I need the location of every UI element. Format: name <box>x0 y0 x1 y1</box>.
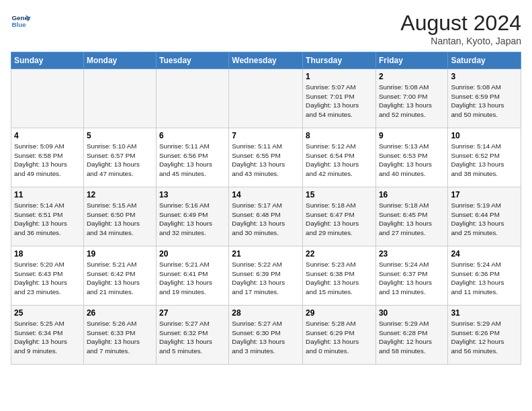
calendar-cell: 21Sunrise: 5:22 AM Sunset: 6:39 PM Dayli… <box>229 246 303 306</box>
day-info: Sunrise: 5:14 AM Sunset: 6:51 PM Dayligh… <box>14 201 81 238</box>
day-header-friday: Friday <box>375 52 447 69</box>
calendar-week-row: 4Sunrise: 5:09 AM Sunset: 6:58 PM Daylig… <box>11 128 521 187</box>
day-number: 5 <box>87 131 153 140</box>
day-info: Sunrise: 5:17 AM Sunset: 6:48 PM Dayligh… <box>232 201 300 238</box>
calendar-cell: 18Sunrise: 5:20 AM Sunset: 6:43 PM Dayli… <box>11 246 84 306</box>
day-info: Sunrise: 5:14 AM Sunset: 6:52 PM Dayligh… <box>451 142 518 179</box>
day-number: 31 <box>451 308 518 318</box>
day-info: Sunrise: 5:08 AM Sunset: 6:59 PM Dayligh… <box>451 83 518 120</box>
day-header-saturday: Saturday <box>448 52 521 69</box>
day-number: 25 <box>14 308 81 318</box>
calendar-cell: 29Sunrise: 5:28 AM Sunset: 6:29 PM Dayli… <box>303 306 376 365</box>
calendar-cell <box>156 69 228 128</box>
calendar-cell: 5Sunrise: 5:10 AM Sunset: 6:57 PM Daylig… <box>83 128 156 187</box>
calendar-cell: 13Sunrise: 5:16 AM Sunset: 6:49 PM Dayli… <box>156 187 228 246</box>
day-number: 22 <box>306 249 373 259</box>
day-info: Sunrise: 5:29 AM Sunset: 6:28 PM Dayligh… <box>379 319 445 356</box>
day-info: Sunrise: 5:29 AM Sunset: 6:26 PM Dayligh… <box>451 319 518 356</box>
day-info: Sunrise: 5:13 AM Sunset: 6:53 PM Dayligh… <box>379 142 445 179</box>
calendar-cell: 27Sunrise: 5:27 AM Sunset: 6:32 PM Dayli… <box>156 306 228 365</box>
day-header-sunday: Sunday <box>11 52 84 69</box>
calendar-cell: 26Sunrise: 5:26 AM Sunset: 6:33 PM Dayli… <box>83 306 156 365</box>
calendar-cell: 25Sunrise: 5:25 AM Sunset: 6:34 PM Dayli… <box>11 306 84 365</box>
calendar-cell: 24Sunrise: 5:24 AM Sunset: 6:36 PM Dayli… <box>448 246 521 306</box>
calendar-cell: 20Sunrise: 5:21 AM Sunset: 6:41 PM Dayli… <box>156 246 228 306</box>
day-number: 27 <box>159 308 226 318</box>
day-info: Sunrise: 5:15 AM Sunset: 6:50 PM Dayligh… <box>87 201 153 238</box>
day-number: 2 <box>379 72 445 81</box>
day-info: Sunrise: 5:12 AM Sunset: 6:54 PM Dayligh… <box>306 142 373 179</box>
day-number: 11 <box>14 190 81 199</box>
day-info: Sunrise: 5:27 AM Sunset: 6:32 PM Dayligh… <box>159 319 226 356</box>
calendar-cell: 19Sunrise: 5:21 AM Sunset: 6:42 PM Dayli… <box>83 246 156 306</box>
day-number: 16 <box>379 190 445 199</box>
day-info: Sunrise: 5:16 AM Sunset: 6:49 PM Dayligh… <box>159 201 226 238</box>
day-number: 3 <box>451 72 518 81</box>
calendar-week-row: 25Sunrise: 5:25 AM Sunset: 6:34 PM Dayli… <box>11 306 521 365</box>
calendar-cell: 12Sunrise: 5:15 AM Sunset: 6:50 PM Dayli… <box>83 187 156 246</box>
day-info: Sunrise: 5:07 AM Sunset: 7:01 PM Dayligh… <box>306 83 373 120</box>
calendar-cell: 11Sunrise: 5:14 AM Sunset: 6:51 PM Dayli… <box>11 187 84 246</box>
calendar-title: August 2024 <box>400 11 521 36</box>
day-info: Sunrise: 5:18 AM Sunset: 6:45 PM Dayligh… <box>379 201 445 238</box>
calendar-cell: 8Sunrise: 5:12 AM Sunset: 6:54 PM Daylig… <box>303 128 376 187</box>
calendar-cell: 31Sunrise: 5:29 AM Sunset: 6:26 PM Dayli… <box>448 306 521 365</box>
day-info: Sunrise: 5:24 AM Sunset: 6:36 PM Dayligh… <box>451 260 518 297</box>
day-number: 23 <box>379 249 445 259</box>
day-number: 24 <box>451 249 518 259</box>
page-header: General Blue August 2024 Nantan, Kyoto, … <box>11 11 521 46</box>
day-info: Sunrise: 5:18 AM Sunset: 6:47 PM Dayligh… <box>306 201 373 238</box>
calendar-cell: 6Sunrise: 5:11 AM Sunset: 6:56 PM Daylig… <box>156 128 228 187</box>
day-header-wednesday: Wednesday <box>229 52 303 69</box>
calendar-cell: 30Sunrise: 5:29 AM Sunset: 6:28 PM Dayli… <box>375 306 447 365</box>
calendar-cell: 1Sunrise: 5:07 AM Sunset: 7:01 PM Daylig… <box>303 69 376 128</box>
calendar-subtitle: Nantan, Kyoto, Japan <box>400 36 521 46</box>
day-info: Sunrise: 5:10 AM Sunset: 6:57 PM Dayligh… <box>87 142 153 179</box>
day-number: 6 <box>159 131 226 140</box>
title-block: August 2024 Nantan, Kyoto, Japan <box>400 11 521 46</box>
day-info: Sunrise: 5:26 AM Sunset: 6:33 PM Dayligh… <box>87 319 153 356</box>
day-number: 10 <box>451 131 518 140</box>
day-header-tuesday: Tuesday <box>156 52 228 69</box>
calendar-cell: 10Sunrise: 5:14 AM Sunset: 6:52 PM Dayli… <box>448 128 521 187</box>
day-info: Sunrise: 5:09 AM Sunset: 6:58 PM Dayligh… <box>14 142 81 179</box>
day-number: 30 <box>379 308 445 318</box>
day-info: Sunrise: 5:28 AM Sunset: 6:29 PM Dayligh… <box>306 319 373 356</box>
svg-text:Blue: Blue <box>12 21 27 28</box>
logo: General Blue <box>11 11 31 31</box>
day-info: Sunrise: 5:20 AM Sunset: 6:43 PM Dayligh… <box>14 260 81 297</box>
day-number: 4 <box>14 131 81 140</box>
day-info: Sunrise: 5:23 AM Sunset: 6:38 PM Dayligh… <box>306 260 373 297</box>
day-info: Sunrise: 5:19 AM Sunset: 6:44 PM Dayligh… <box>451 201 518 238</box>
calendar-cell: 17Sunrise: 5:19 AM Sunset: 6:44 PM Dayli… <box>448 187 521 246</box>
calendar-cell <box>11 69 84 128</box>
day-number: 12 <box>87 190 153 199</box>
day-info: Sunrise: 5:25 AM Sunset: 6:34 PM Dayligh… <box>14 319 81 356</box>
calendar-cell: 2Sunrise: 5:08 AM Sunset: 7:00 PM Daylig… <box>375 69 447 128</box>
day-number: 26 <box>87 308 153 318</box>
day-info: Sunrise: 5:22 AM Sunset: 6:39 PM Dayligh… <box>232 260 300 297</box>
calendar-cell <box>83 69 156 128</box>
calendar-cell: 9Sunrise: 5:13 AM Sunset: 6:53 PM Daylig… <box>375 128 447 187</box>
day-info: Sunrise: 5:21 AM Sunset: 6:41 PM Dayligh… <box>159 260 226 297</box>
calendar-week-row: 1Sunrise: 5:07 AM Sunset: 7:01 PM Daylig… <box>11 69 521 128</box>
calendar-header-row: SundayMondayTuesdayWednesdayThursdayFrid… <box>11 52 521 69</box>
day-number: 19 <box>87 249 153 259</box>
logo-icon: General Blue <box>11 11 31 31</box>
day-info: Sunrise: 5:11 AM Sunset: 6:55 PM Dayligh… <box>232 142 300 179</box>
calendar-table: SundayMondayTuesdayWednesdayThursdayFrid… <box>11 52 521 365</box>
day-number: 15 <box>306 190 373 199</box>
day-info: Sunrise: 5:11 AM Sunset: 6:56 PM Dayligh… <box>159 142 226 179</box>
calendar-cell: 4Sunrise: 5:09 AM Sunset: 6:58 PM Daylig… <box>11 128 84 187</box>
calendar-cell: 3Sunrise: 5:08 AM Sunset: 6:59 PM Daylig… <box>448 69 521 128</box>
day-info: Sunrise: 5:27 AM Sunset: 6:30 PM Dayligh… <box>232 319 300 356</box>
day-number: 20 <box>159 249 226 259</box>
calendar-cell: 16Sunrise: 5:18 AM Sunset: 6:45 PM Dayli… <box>375 187 447 246</box>
calendar-cell <box>229 69 303 128</box>
day-number: 28 <box>232 308 300 318</box>
day-number: 18 <box>14 249 81 259</box>
calendar-week-row: 11Sunrise: 5:14 AM Sunset: 6:51 PM Dayli… <box>11 187 521 246</box>
day-number: 13 <box>159 190 226 199</box>
day-header-monday: Monday <box>83 52 156 69</box>
calendar-cell: 28Sunrise: 5:27 AM Sunset: 6:30 PM Dayli… <box>229 306 303 365</box>
